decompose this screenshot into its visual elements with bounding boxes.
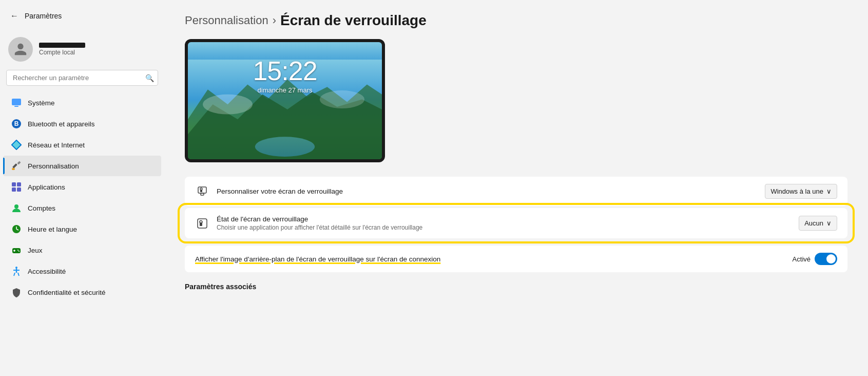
svg-point-21 [18, 251, 20, 252]
sidebar: ← Paramètres Compte local 🔍 Système [0, 0, 164, 376]
svg-point-30 [255, 137, 315, 157]
lockscreen-style-dropdown[interactable]: Windows à la une ∨ [765, 184, 837, 199]
sidebar-item-jeux[interactable]: Jeux [3, 240, 161, 260]
clock-icon [11, 224, 22, 234]
settings-status-subtitle: Choisir une application pour afficher l'… [217, 224, 792, 231]
sidebar-nav: Système B Bluetooth et appareils Réseau … [0, 92, 164, 303]
svg-point-31 [203, 95, 253, 115]
settings-personalize-title: Personnaliser votre écran de verrouillag… [217, 187, 758, 195]
settings-personalize-control[interactable]: Windows à la une ∨ [765, 184, 837, 199]
svg-marker-5 [12, 140, 21, 149]
settings-row-bg-content: Afficher l'image d'arrière-plan de l'écr… [195, 255, 785, 263]
app-title: Paramètres [25, 12, 62, 20]
svg-rect-12 [17, 187, 21, 192]
svg-point-36 [200, 188, 202, 190]
sidebar-item-label-jeux: Jeux [28, 247, 43, 254]
monitor-icon [11, 98, 22, 108]
breadcrumb: Personnalisation › Écran de verrouillage [185, 12, 847, 29]
settings-bg-title-text: Afficher l'image d'arrière-plan de l'écr… [195, 255, 440, 263]
svg-point-13 [14, 204, 18, 209]
settings-row-bg-image: Afficher l'image d'arrière-plan de l'écr… [185, 246, 847, 272]
gamepad-icon [11, 245, 22, 255]
svg-rect-7 [17, 161, 21, 164]
svg-point-8 [12, 168, 15, 170]
lockscreen-time-value: 15:22 [253, 58, 317, 84]
settings-group-personalize: Personnaliser votre écran de verrouillag… [185, 177, 847, 206]
highlighted-section: État de l'écran de verrouillage Choisir … [185, 208, 847, 238]
lockscreen-time: 15:22 dimanche 27 mars [253, 58, 317, 94]
svg-rect-9 [12, 182, 16, 186]
sidebar-item-confidentialite[interactable]: Confidentialité et sécurité [3, 282, 161, 303]
chevron-down-icon-2: ∨ [826, 219, 832, 227]
search-input[interactable] [6, 70, 158, 86]
back-button[interactable]: ← [8, 9, 21, 23]
svg-point-22 [15, 267, 17, 269]
sidebar-item-applications[interactable]: Applications [3, 177, 161, 197]
bg-toggle[interactable] [815, 253, 837, 265]
toggle-label: Activé [793, 255, 811, 263]
settings-bg-control[interactable]: Activé [793, 253, 837, 265]
sidebar-item-comptes[interactable]: Comptes [3, 198, 161, 218]
lockscreen-preview: 15:22 dimanche 27 mars [185, 39, 385, 162]
lock-state-icon [195, 216, 209, 231]
brush-icon [11, 161, 22, 171]
breadcrumb-separator: › [273, 14, 276, 27]
breadcrumb-parent: Personnalisation [185, 14, 268, 27]
svg-rect-10 [17, 182, 21, 186]
svg-line-25 [14, 273, 15, 276]
svg-rect-11 [12, 187, 16, 192]
lockscreen-status-dropdown[interactable]: Aucun ∨ [799, 216, 837, 231]
user-section: Compte local [0, 31, 164, 70]
username-bar [39, 43, 85, 48]
sidebar-item-personnalisation[interactable]: Personnalisation [3, 156, 161, 176]
svg-text:B: B [14, 120, 19, 127]
sidebar-item-label-confidentialite: Confidentialité et sécurité [28, 289, 106, 296]
accessibility-icon [11, 266, 22, 276]
svg-point-39 [200, 220, 202, 223]
lockscreen-style-value: Windows à la une [770, 187, 823, 195]
account-type: Compte local [39, 49, 85, 56]
settings-bg-title: Afficher l'image d'arrière-plan de l'écr… [195, 255, 785, 263]
breadcrumb-current: Écran de verrouillage [280, 12, 427, 29]
sidebar-item-label-bluetooth: Bluetooth et appareils [28, 120, 95, 128]
user-info: Compte local [39, 43, 85, 56]
settings-status-control[interactable]: Aucun ∨ [799, 216, 837, 231]
svg-rect-34 [201, 193, 204, 195]
sidebar-item-reseau[interactable]: Réseau et Internet [3, 135, 161, 155]
sidebar-header: ← Paramètres [0, 5, 164, 31]
svg-point-32 [320, 90, 364, 108]
svg-line-26 [18, 273, 19, 276]
apps-icon [11, 182, 22, 192]
sidebar-item-label-reseau: Réseau et Internet [28, 141, 85, 149]
sidebar-item-heure[interactable]: Heure et langue [3, 219, 161, 239]
avatar [8, 37, 33, 62]
svg-rect-6 [12, 163, 17, 168]
chevron-down-icon: ∨ [826, 187, 832, 195]
search-box[interactable]: 🔍 [6, 70, 158, 86]
settings-row-personalize-content: Personnaliser votre écran de verrouillag… [217, 187, 758, 195]
settings-row-status-content: État de l'écran de verrouillage Choisir … [217, 215, 792, 231]
sidebar-item-label-comptes: Comptes [28, 204, 55, 212]
svg-point-20 [17, 250, 18, 251]
settings-row-lockscreen-personalize: Personnaliser votre écran de verrouillag… [185, 177, 847, 206]
sidebar-item-label-heure: Heure et langue [28, 225, 77, 233]
sidebar-item-accessibilite[interactable]: Accessibilité [3, 261, 161, 281]
user-avatar-icon [13, 42, 28, 57]
sidebar-item-label-accessibilite: Accessibilité [28, 268, 66, 275]
lock-screen-personalize-icon [195, 184, 209, 199]
sidebar-item-bluetooth[interactable]: B Bluetooth et appareils [3, 114, 161, 134]
person-icon [11, 203, 22, 213]
settings-row-lockscreen-status: État de l'écran de verrouillage Choisir … [185, 208, 847, 238]
svg-rect-0 [12, 99, 21, 105]
associated-settings-title: Paramètres associés [185, 283, 847, 291]
svg-rect-1 [14, 106, 18, 107]
sidebar-item-label-personnalisation: Personnalisation [28, 162, 79, 170]
sidebar-item-label-applications: Applications [28, 183, 65, 191]
bluetooth-icon: B [11, 119, 22, 129]
shield-icon [11, 287, 22, 297]
settings-status-title: État de l'écran de verrouillage [217, 215, 792, 223]
sidebar-item-label-systeme: Système [28, 99, 55, 107]
sidebar-item-systeme[interactable]: Système [3, 92, 161, 113]
search-icon[interactable]: 🔍 [145, 74, 154, 82]
lockscreen-status-value: Aucun [804, 219, 823, 227]
